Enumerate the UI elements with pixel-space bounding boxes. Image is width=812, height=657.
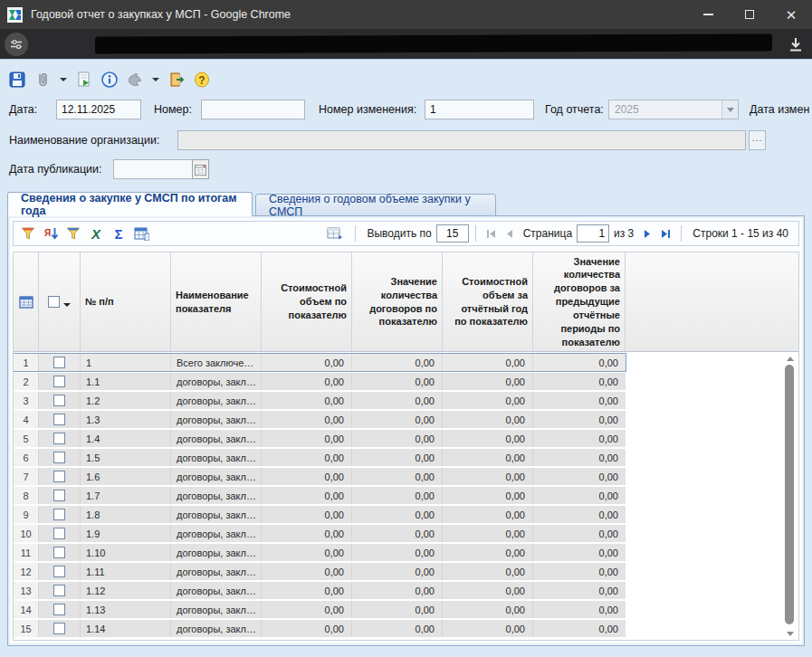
calendar-icon[interactable]	[192, 159, 209, 179]
vertical-scrollbar[interactable]	[784, 355, 796, 637]
tab-annual-volume[interactable]: Сведения о годовом объеме закупки у СМСП	[255, 194, 496, 216]
column-header[interactable]: Значение количества договоров по показат…	[352, 252, 443, 351]
header-checkbox-cell[interactable]	[39, 252, 81, 351]
organization-browse-button[interactable]: ...	[749, 130, 766, 150]
scroll-down-icon[interactable]	[785, 630, 795, 637]
site-settings-icon[interactable]	[5, 33, 28, 56]
column-header[interactable]: Значение количества договоров за предыду…	[533, 252, 626, 351]
export-document-icon[interactable]	[74, 70, 94, 90]
tab-purchase-results[interactable]: Сведения о закупке у СМСП по итогам года	[7, 192, 253, 216]
date-input[interactable]	[56, 100, 141, 119]
row-checkbox-cell[interactable]	[39, 411, 81, 428]
page-number-input[interactable]	[577, 224, 609, 243]
row-checkbox-cell[interactable]	[39, 582, 81, 599]
report-year-select[interactable]: 2025	[608, 100, 739, 119]
row-checkbox-cell[interactable]	[39, 487, 81, 504]
row-checkbox[interactable]	[53, 414, 65, 425]
row-checkbox[interactable]	[53, 509, 65, 520]
save-icon[interactable]	[7, 70, 27, 90]
table-row[interactable]: 6 1.5 договоры, закл… 0,00 0,00 0,00 0,0…	[14, 449, 626, 466]
minimize-icon[interactable]	[687, 0, 729, 29]
row-checkbox[interactable]	[53, 395, 65, 406]
prev-page-icon[interactable]	[502, 225, 518, 242]
table-row[interactable]: 12 1.11 договоры, закл… 0,00 0,00 0,00 0…	[14, 563, 626, 580]
row-checkbox[interactable]	[53, 357, 65, 368]
table-row[interactable]: 11 1.10 договоры, закл… 0,00 0,00 0,00 0…	[14, 544, 626, 561]
exit-icon[interactable]	[167, 70, 186, 90]
info-icon[interactable]	[100, 70, 119, 90]
row-checkbox[interactable]	[53, 528, 65, 539]
first-page-icon[interactable]	[483, 225, 500, 242]
row-value: 0,00	[262, 449, 352, 466]
page-size-input[interactable]	[436, 224, 469, 243]
excel-export-icon[interactable]: X	[87, 224, 105, 243]
maximize-icon[interactable]	[729, 0, 770, 29]
sum-icon[interactable]: Σ	[110, 224, 128, 243]
sort-icon[interactable]: Я	[42, 224, 60, 243]
tools-icon[interactable]	[125, 70, 145, 90]
table-row[interactable]: 2 1.1 договоры, закл… 0,00 0,00 0,00 0,0…	[14, 373, 626, 390]
select-all-checkbox[interactable]	[48, 296, 60, 308]
table-row[interactable]: 1 1 Всего заключе… 0,00 0,00 0,00 0,00	[14, 354, 626, 371]
clear-filter-icon[interactable]	[64, 224, 82, 243]
table-row[interactable]: 4 1.3 договоры, закл… 0,00 0,00 0,00 0,0…	[14, 411, 626, 428]
table-row[interactable]: 13 1.12 договоры, закл… 0,00 0,00 0,00 0…	[14, 582, 626, 599]
row-checkbox-cell[interactable]	[39, 563, 81, 580]
row-checkbox[interactable]	[53, 433, 65, 444]
row-checkbox[interactable]	[53, 547, 65, 558]
table-row[interactable]: 5 1.4 договоры, закл… 0,00 0,00 0,00 0,0…	[14, 430, 626, 447]
filter-icon[interactable]	[19, 224, 37, 243]
download-icon[interactable]	[786, 34, 806, 54]
row-checkbox-cell[interactable]	[39, 354, 81, 371]
last-page-icon[interactable]	[657, 225, 673, 242]
row-checkbox[interactable]	[53, 490, 65, 501]
row-checkbox[interactable]	[53, 471, 65, 482]
row-checkbox-cell[interactable]	[39, 601, 81, 618]
row-checkbox[interactable]	[53, 452, 65, 463]
row-checkbox[interactable]	[53, 604, 65, 615]
number-input[interactable]	[201, 100, 305, 119]
row-checkbox-cell[interactable]	[39, 373, 81, 390]
column-header[interactable]: Стоимостной объем по показателю	[262, 252, 352, 351]
refresh-grid-icon[interactable]	[326, 224, 344, 243]
publication-date-input[interactable]	[113, 159, 193, 179]
row-checkbox-cell[interactable]	[39, 449, 81, 466]
row-checkbox-cell[interactable]	[39, 620, 81, 637]
column-header[interactable]: Наименование показателя	[171, 252, 262, 351]
row-checkbox-cell[interactable]	[39, 392, 81, 409]
column-header[interactable]: Стоимостной объем за отчётный год по пок…	[443, 252, 533, 351]
column-settings-icon[interactable]	[132, 224, 150, 243]
row-checkbox-cell[interactable]	[39, 468, 81, 485]
scrollbar-thumb[interactable]	[785, 365, 794, 624]
change-number-input[interactable]	[425, 100, 534, 119]
row-checkbox-cell[interactable]	[39, 525, 81, 542]
attach-menu-caret[interactable]	[60, 78, 67, 81]
row-checkbox[interactable]	[53, 623, 65, 634]
header-rownum-cell[interactable]	[14, 252, 39, 351]
redacted-url[interactable]	[95, 33, 772, 53]
next-page-icon[interactable]	[639, 225, 655, 242]
organization-input[interactable]	[177, 130, 746, 150]
attach-icon[interactable]	[33, 70, 53, 90]
row-checkbox-cell[interactable]	[39, 430, 81, 447]
row-checkbox-cell[interactable]	[39, 544, 81, 561]
table-row[interactable]: 7 1.6 договоры, закл… 0,00 0,00 0,00 0,0…	[14, 468, 626, 485]
table-row[interactable]: 15 1.14 договоры, закл… 0,00 0,00 0,00 0…	[14, 620, 626, 637]
tools-menu-caret[interactable]	[152, 78, 159, 81]
row-number: 13	[14, 582, 39, 599]
close-icon[interactable]: ✕	[770, 0, 812, 29]
row-checkbox-cell[interactable]	[39, 506, 81, 523]
chevron-down-icon[interactable]	[721, 100, 738, 119]
column-header[interactable]: № п/п	[81, 252, 171, 351]
table-row[interactable]: 10 1.9 договоры, закл… 0,00 0,00 0,00 0,…	[14, 525, 626, 542]
table-row[interactable]: 9 1.8 договоры, закл… 0,00 0,00 0,00 0,0…	[14, 506, 626, 523]
table-row[interactable]: 14 1.13 договоры, закл… 0,00 0,00 0,00 0…	[14, 601, 626, 618]
table-row[interactable]: 8 1.7 договоры, закл… 0,00 0,00 0,00 0,0…	[14, 487, 626, 504]
row-checkbox[interactable]	[53, 376, 65, 387]
scroll-up-icon[interactable]	[785, 355, 795, 362]
table-row[interactable]: 3 1.2 договоры, закл… 0,00 0,00 0,00 0,0…	[14, 392, 626, 409]
checkbox-menu-caret[interactable]	[63, 303, 71, 307]
row-checkbox[interactable]	[53, 585, 65, 596]
row-checkbox[interactable]	[53, 566, 65, 577]
help-icon[interactable]: ?	[192, 70, 212, 90]
